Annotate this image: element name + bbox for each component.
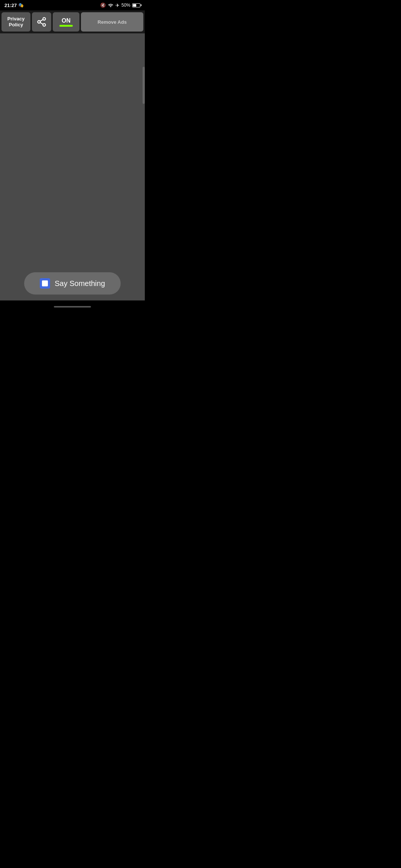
main-content — [0, 33, 145, 268]
status-icons: 🔇 ✈ 50% — [100, 3, 140, 8]
share-icon — [36, 17, 47, 27]
on-label: ON — [62, 17, 71, 24]
svg-line-4 — [40, 20, 43, 22]
status-time: 21:27 🎭 — [4, 3, 24, 8]
remove-ads-label: Remove Ads — [98, 19, 127, 25]
battery-icon — [132, 3, 140, 7]
say-something-label: Say Something — [55, 279, 105, 288]
remove-ads-button[interactable]: Remove Ads — [81, 12, 143, 32]
say-something-button[interactable]: Say Something — [24, 272, 121, 295]
scrollbar[interactable] — [143, 67, 145, 104]
on-button[interactable]: ON — [53, 12, 79, 32]
bottom-area: Say Something — [0, 268, 145, 300]
wifi-icon — [108, 3, 114, 8]
privacy-policy-button[interactable]: Privacy Policy — [1, 12, 30, 32]
privacy-policy-label: Privacy Policy — [4, 16, 28, 27]
airplane-icon: ✈ — [115, 3, 120, 8]
battery-percent: 50% — [121, 3, 130, 8]
microphone-icon — [40, 278, 50, 289]
time-display: 21:27 — [4, 3, 17, 8]
app-icon: 🎭 — [18, 3, 24, 8]
svg-line-3 — [40, 23, 43, 24]
on-indicator — [59, 25, 73, 27]
share-button[interactable] — [32, 12, 51, 32]
status-bar: 21:27 🎭 🔇 ✈ 50% — [0, 0, 145, 10]
toolbar: Privacy Policy ON Remove Ads — [0, 10, 145, 33]
nav-bar — [0, 300, 145, 313]
mute-icon: 🔇 — [100, 3, 106, 8]
home-indicator — [54, 306, 91, 308]
